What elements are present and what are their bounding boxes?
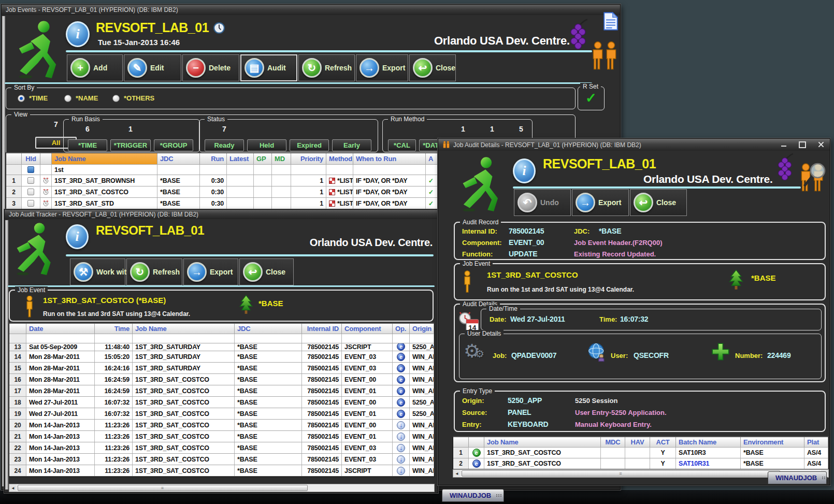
undo-button[interactable]: ↶Undo: [514, 189, 571, 216]
minimize-button[interactable]: [778, 140, 789, 149]
scroll-left-arrow[interactable]: ◄: [9, 484, 17, 492]
filter-cell[interactable]: 1st: [52, 165, 157, 175]
column-header-mdc[interactable]: MDC: [601, 437, 625, 447]
export-button[interactable]: →Export: [572, 189, 629, 216]
left-scrollbar[interactable]: [5, 220, 8, 489]
refresh-button[interactable]: ↻Refresh: [298, 54, 355, 81]
filter-cell[interactable]: [22, 165, 40, 175]
column-header-jdc[interactable]: JDC: [235, 324, 302, 334]
column-header-time[interactable]: Time: [95, 324, 133, 334]
filter-cell[interactable]: [291, 165, 326, 175]
table-row[interactable]: 24Mon 14-Jan-201311:23:261ST_3RD_SAT_COS…: [9, 465, 434, 477]
column-header-icon[interactable]: [40, 153, 52, 164]
filter-cell[interactable]: [326, 165, 353, 175]
filter-cell[interactable]: [272, 165, 291, 175]
filter-cell[interactable]: [254, 165, 272, 175]
filter-status-3-button[interactable]: Expired: [290, 139, 329, 151]
filter-cell[interactable]: [9, 334, 26, 343]
column-header-env[interactable]: Environment: [741, 437, 804, 447]
column-header-priority[interactable]: Priority: [291, 153, 326, 164]
table-row[interactable]: 19Wed 27-Jul-201116:07:321ST_3RD_SAT_COS…: [9, 408, 434, 420]
filter-checkbox[interactable]: [27, 166, 34, 173]
filter-cell[interactable]: [302, 334, 342, 343]
filter-status-4-button[interactable]: Early: [332, 139, 371, 151]
edit-button[interactable]: ✎Edit: [124, 54, 181, 81]
table-row[interactable]: 13Sat 05-Sep-200911:48:401ST_3RD_SATURDA…: [9, 343, 434, 351]
filter-status-2-button[interactable]: Held: [247, 139, 286, 151]
filter-cell[interactable]: [6, 165, 22, 175]
column-header-id[interactable]: Internal ID: [302, 324, 342, 334]
table-row[interactable]: 1e1ST_3RD_SAT_COSTCOYSAT10R3*BASEAS/4: [453, 448, 828, 458]
sort-others-radio[interactable]: *OTHERS: [112, 94, 154, 102]
details-titlebar[interactable]: Job Audit Details - REVSOFT_LAB_01 (HYPE…: [438, 139, 830, 151]
filter-runbasis-2-button[interactable]: *TRIGGER: [110, 139, 151, 151]
table-row[interactable]: 21Mon 14-Jan-201311:23:261ST_3RD_SAT_COS…: [9, 431, 434, 442]
column-header-num[interactable]: [6, 153, 22, 164]
filter-cell[interactable]: [157, 165, 200, 175]
close-button[interactable]: ↩Close: [630, 189, 687, 216]
taskbar-badge-winaudjob[interactable]: WINAUDJOB: [768, 471, 827, 484]
column-header-origin[interactable]: Origin: [410, 324, 434, 334]
column-header-name[interactable]: Job Name: [133, 324, 235, 334]
export-button[interactable]: →Export: [183, 258, 238, 285]
filter-runbasis-1-button[interactable]: *TIME: [68, 139, 107, 151]
filter-cell[interactable]: [393, 334, 410, 343]
close-button[interactable]: [815, 140, 827, 149]
column-header-plat[interactable]: Plat: [804, 437, 828, 447]
workwith-button[interactable]: ⚒Work with: [70, 258, 125, 285]
filter-cell[interactable]: [227, 165, 254, 175]
column-header-batch[interactable]: Batch Name: [676, 437, 741, 447]
sort-time-radio[interactable]: *TIME: [18, 94, 48, 102]
hold-checkbox[interactable]: [27, 189, 34, 195]
column-header-icon[interactable]: [469, 437, 484, 447]
hold-checkbox[interactable]: [27, 177, 34, 184]
column-header-gp[interactable]: GP: [254, 153, 272, 164]
maximize-button[interactable]: [797, 140, 808, 149]
filter-runmethod-1-button[interactable]: *CAL: [388, 139, 416, 151]
filter-cell[interactable]: [133, 334, 235, 343]
column-header-md[interactable]: MD: [272, 153, 291, 164]
filter-cell[interactable]: [40, 165, 52, 175]
table-row[interactable]: 15Mon 28-Mar-201116:24:161ST_3RD_SATURDA…: [9, 363, 434, 374]
close-button[interactable]: ↩Close: [239, 258, 294, 285]
scroll-left-arrow[interactable]: ◄: [453, 470, 461, 477]
job-events-titlebar[interactable]: Job Events - REVSOFT_LAB_01 (HYPERION) (…: [2, 5, 620, 15]
sort-name-radio[interactable]: *NAME: [64, 94, 98, 102]
column-header-latest[interactable]: Latest: [227, 153, 254, 164]
scroll-thumb[interactable]: ≡: [462, 470, 780, 477]
column-header-num[interactable]: [9, 324, 26, 334]
delete-button[interactable]: −Delete: [182, 54, 239, 81]
filter-cell[interactable]: [95, 334, 133, 343]
refresh-button[interactable]: ↻Refresh: [126, 258, 182, 285]
table-row[interactable]: 2e1ST_3RD_SAT_COSTCOYSAT10R31*BASEAS/4: [453, 458, 828, 469]
taskbar-badge-winaudjob[interactable]: WINAUDJOB: [442, 489, 504, 502]
filter-row[interactable]: [9, 334, 434, 343]
hold-checkbox[interactable]: [27, 200, 34, 207]
table-row[interactable]: 14Mon 28-Mar-201115:05:201ST_3RD_SATURDA…: [9, 351, 434, 363]
close-button[interactable]: ↩Close: [409, 54, 456, 81]
column-header-name[interactable]: Job Name: [484, 437, 601, 447]
audit-button[interactable]: ▤Audit: [240, 54, 297, 81]
filter-runbasis-3-button[interactable]: *GROUP: [154, 139, 193, 151]
export-button[interactable]: →Export: [356, 54, 408, 81]
column-header-op[interactable]: Op.: [393, 324, 410, 334]
add-button[interactable]: +Add: [67, 54, 123, 81]
column-header-run[interactable]: Run: [200, 153, 227, 164]
table-row[interactable]: 23Mon 14-Jan-201311:23:261ST_3RD_SAT_COS…: [9, 454, 434, 465]
filter-status-1-button[interactable]: Ready: [205, 139, 244, 151]
column-header-jdc[interactable]: JDC: [157, 153, 200, 164]
horizontal-scrollbar[interactable]: ◄ ≡: [9, 484, 435, 492]
column-header-hld[interactable]: Hld: [22, 153, 40, 164]
column-header-num[interactable]: [453, 437, 469, 447]
column-header-date[interactable]: Date: [26, 324, 95, 334]
tracker-titlebar[interactable]: Job Audit Tracker - REVSOFT_LAB_01 (HYPE…: [5, 210, 438, 219]
table-row[interactable]: 17Mon 28-Mar-201116:24:591ST_3RD_SAT_COS…: [9, 385, 434, 397]
filter-cell[interactable]: [353, 165, 426, 175]
table-row[interactable]: 20Mon 14-Jan-201311:23:261ST_3RD_SAT_COS…: [9, 420, 434, 431]
table-row[interactable]: 16Mon 28-Mar-201116:24:591ST_3RD_SAT_COS…: [9, 374, 434, 385]
column-header-hav[interactable]: HAV: [625, 437, 650, 447]
column-header-method[interactable]: Method: [326, 153, 353, 164]
table-row[interactable]: 18Wed 27-Jul-201116:07:321ST_3RD_SAT_COS…: [9, 397, 434, 408]
column-header-act[interactable]: ACT: [650, 437, 676, 447]
filter-cell[interactable]: [342, 334, 393, 343]
